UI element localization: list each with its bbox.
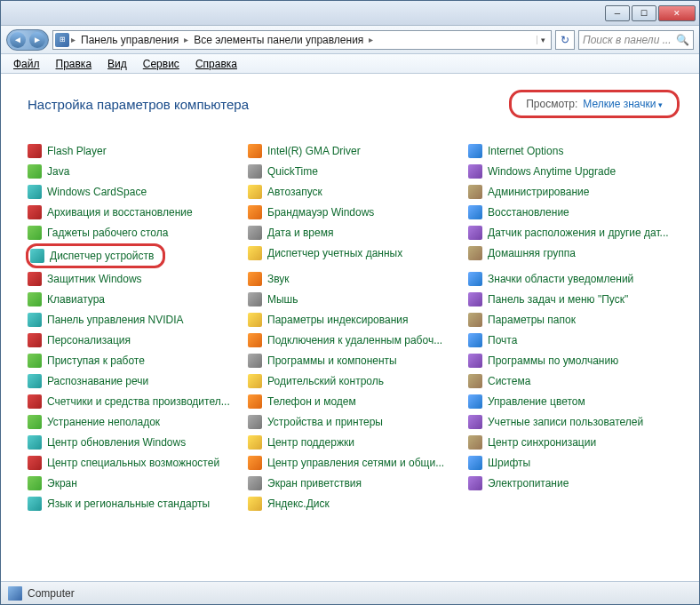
cp-item[interactable]: Клавиатура <box>28 291 239 307</box>
cp-item[interactable]: Автозапуск <box>248 184 459 200</box>
address-dropdown[interactable]: ▾ <box>537 36 549 44</box>
cp-item[interactable]: Экран приветствия <box>248 475 459 491</box>
cp-item[interactable]: Звук <box>248 271 459 287</box>
cp-item[interactable]: Язык и региональные стандарты <box>28 496 239 512</box>
cp-item[interactable]: Шрифты <box>468 455 680 471</box>
cp-item[interactable]: Администрирование <box>468 184 680 200</box>
cp-item-icon <box>248 333 262 347</box>
address-bar[interactable]: ⊞ ▸ Панель управления ▸ Все элементы пан… <box>52 30 552 50</box>
cp-item-icon <box>28 354 42 368</box>
cp-item-label: Центр синхронизации <box>488 436 596 449</box>
cp-item-icon <box>248 354 262 368</box>
cp-item[interactable]: Параметры папок <box>468 312 680 328</box>
maximize-button[interactable]: ☐ <box>632 5 656 21</box>
cp-item[interactable]: Приступая к работе <box>28 353 239 369</box>
cp-item[interactable]: Windows CardSpace <box>28 184 239 200</box>
status-text: Computer <box>28 587 75 600</box>
cp-item[interactable]: Яндекс.Диск <box>248 496 459 512</box>
cp-item[interactable]: Устройства и принтеры <box>248 414 459 430</box>
cp-item-label: Дата и время <box>267 227 333 239</box>
cp-item[interactable]: Восстановление <box>468 204 680 220</box>
cp-item[interactable]: Программы по умолчанию <box>468 353 680 369</box>
cp-item-icon <box>468 144 482 158</box>
breadcrumb-seg2[interactable]: Все элементы панели управления <box>190 34 367 46</box>
cp-item[interactable]: Электропитание <box>468 475 680 491</box>
menu-view[interactable]: Вид <box>100 56 134 72</box>
cp-item-label: Счетчики и средства производител... <box>47 395 230 408</box>
cp-item[interactable]: Центр управления сетями и общи... <box>248 455 459 471</box>
cp-item-icon <box>28 144 42 158</box>
cp-item[interactable]: Домашняя группа <box>468 245 680 261</box>
cp-item-icon <box>28 185 42 199</box>
cp-item[interactable]: Архивация и восстановление <box>28 204 239 220</box>
cp-item[interactable]: Управление цветом <box>468 394 680 410</box>
cp-item[interactable]: Диспетчер устройств <box>30 248 154 264</box>
cp-item-icon <box>248 456 262 470</box>
cp-item[interactable]: Устранение неполадок <box>28 414 239 430</box>
cp-item[interactable]: Датчик расположения и другие дат... <box>468 225 680 241</box>
cp-item-icon <box>468 394 482 409</box>
cp-item-label: Восстановление <box>488 206 569 219</box>
back-icon: ◄ <box>10 32 26 48</box>
cp-item[interactable]: Диспетчер учетных данных <box>248 245 459 261</box>
cp-item-label: Значки области уведомлений <box>488 273 633 285</box>
breadcrumb-seg1[interactable]: Панель управления <box>77 34 182 46</box>
cp-item-icon <box>248 374 262 388</box>
cp-item[interactable]: Программы и компоненты <box>248 353 459 369</box>
menu-help[interactable]: Справка <box>188 56 244 72</box>
cp-item[interactable]: Брандмауэр Windows <box>248 204 459 220</box>
cp-item[interactable]: Центр специальных возможностей <box>28 455 239 471</box>
menu-edit[interactable]: Правка <box>49 56 99 72</box>
cp-item-label: Защитник Windows <box>47 273 142 285</box>
cp-item[interactable]: Система <box>468 373 680 389</box>
cp-item[interactable]: QuickTime <box>248 163 459 179</box>
menu-file[interactable]: Файл <box>6 56 47 72</box>
close-button[interactable]: ✕ <box>658 5 696 21</box>
cp-item[interactable]: Центр синхронизации <box>468 434 680 450</box>
cp-item-label: Flash Player <box>47 145 107 157</box>
cp-item[interactable]: Центр поддержки <box>248 434 459 450</box>
search-input[interactable]: Поиск в панели ... 🔍 <box>578 30 694 50</box>
cp-item[interactable]: Панель задач и меню "Пуск" <box>468 291 680 307</box>
cp-item[interactable]: Родительский контроль <box>248 373 459 389</box>
cp-item[interactable]: Центр обновления Windows <box>28 434 239 450</box>
cp-item[interactable]: Счетчики и средства производител... <box>28 394 239 410</box>
cp-item[interactable]: Подключения к удаленным рабоч... <box>248 332 459 348</box>
menu-tools[interactable]: Сервис <box>136 56 187 72</box>
cp-item-label: Распознавание речи <box>47 375 148 387</box>
titlebar: ─ ☐ ✕ <box>1 1 699 26</box>
cp-item[interactable]: Телефон и модем <box>248 394 459 410</box>
cp-item[interactable]: Windows Anytime Upgrade <box>468 163 680 179</box>
cp-item-label: Архивация и восстановление <box>47 206 193 219</box>
refresh-button[interactable]: ↻ <box>555 30 575 50</box>
minimize-button[interactable]: ─ <box>605 5 630 21</box>
cp-item[interactable]: Параметры индексирования <box>248 312 459 328</box>
cp-item-label: Панель управления NVIDIA <box>47 314 184 326</box>
nav-back-forward[interactable]: ◄ ► <box>6 29 49 51</box>
cp-item[interactable]: Дата и время <box>248 225 459 241</box>
cp-item[interactable]: Панель управления NVIDIA <box>28 312 239 328</box>
cp-item-label: Клавиатура <box>47 293 105 306</box>
cp-item[interactable]: Экран <box>28 475 239 491</box>
cp-item[interactable]: Internet Options <box>468 143 680 159</box>
cp-item[interactable]: Учетные записи пользователей <box>468 414 680 430</box>
cp-item[interactable]: Значки области уведомлений <box>468 271 680 287</box>
cp-item[interactable]: Java <box>28 163 239 179</box>
cp-item[interactable]: Почта <box>468 332 680 348</box>
cp-item-label: Подключения к удаленным рабоч... <box>267 334 442 346</box>
cp-item-icon <box>28 456 42 470</box>
cp-item[interactable]: Распознавание речи <box>28 373 239 389</box>
cp-item[interactable]: Intel(R) GMA Driver <box>248 143 459 159</box>
cp-item[interactable]: Мышь <box>248 291 459 307</box>
cp-item[interactable]: Гаджеты рабочего стола <box>28 225 239 241</box>
view-dropdown[interactable]: Мелкие значки <box>583 98 663 110</box>
view-selector-highlight: Просмотр: Мелкие значки <box>509 90 680 118</box>
cp-item[interactable]: Flash Player <box>28 143 239 159</box>
cp-item[interactable]: Персонализация <box>28 332 239 348</box>
cp-item-icon <box>28 374 42 388</box>
cp-item-icon <box>468 333 482 347</box>
cp-item[interactable]: Защитник Windows <box>28 271 239 287</box>
cp-item-label: Язык и региональные стандарты <box>47 498 210 510</box>
cp-item-label: Система <box>488 375 530 387</box>
cp-item-label: Windows CardSpace <box>47 186 147 198</box>
